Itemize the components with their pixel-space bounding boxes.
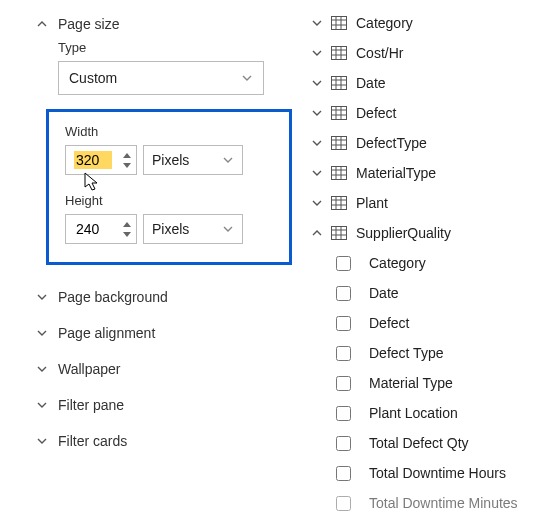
chevron-down-icon bbox=[306, 137, 328, 149]
field-column-label: Plant Location bbox=[369, 405, 458, 421]
field-table-materialtype[interactable]: MaterialType bbox=[306, 158, 546, 188]
table-icon bbox=[328, 16, 350, 30]
chevron-down-icon bbox=[222, 154, 234, 166]
type-value: Custom bbox=[69, 70, 117, 86]
section-page-size: Page size Type Custom Width bbox=[34, 10, 284, 265]
height-label: Height bbox=[65, 193, 277, 208]
field-column-label: Total Downtime Hours bbox=[369, 465, 506, 481]
width-input[interactable] bbox=[74, 151, 112, 169]
field-column-date[interactable]: Date bbox=[336, 278, 546, 308]
chevron-down-icon bbox=[34, 361, 50, 377]
field-checkbox[interactable] bbox=[336, 256, 351, 271]
svg-rect-25 bbox=[332, 167, 347, 180]
chevron-down-icon bbox=[34, 433, 50, 449]
width-row: Pixels bbox=[65, 145, 277, 175]
field-column-label: Category bbox=[369, 255, 426, 271]
svg-rect-35 bbox=[332, 227, 347, 240]
section-label: Page size bbox=[58, 16, 119, 32]
field-column-total-downtime-minutes[interactable]: Total Downtime Minutes bbox=[336, 488, 546, 518]
section-header-page-size[interactable]: Page size bbox=[34, 10, 284, 38]
svg-rect-15 bbox=[332, 107, 347, 120]
width-unit-value: Pixels bbox=[152, 152, 189, 168]
field-table-supplierquality[interactable]: SupplierQuality bbox=[306, 218, 546, 248]
height-row: Pixels bbox=[65, 214, 277, 244]
height-decrement[interactable] bbox=[122, 229, 132, 239]
field-checkbox[interactable] bbox=[336, 286, 351, 301]
width-decrement[interactable] bbox=[122, 160, 132, 170]
section-label: Page alignment bbox=[58, 325, 155, 341]
field-checkbox[interactable] bbox=[336, 466, 351, 481]
chevron-down-icon bbox=[34, 397, 50, 413]
field-label: SupplierQuality bbox=[356, 225, 451, 241]
height-unit-dropdown[interactable]: Pixels bbox=[143, 214, 243, 244]
table-icon bbox=[328, 226, 350, 240]
fields-panel: CategoryCost/HrDateDefectDefectTypeMater… bbox=[300, 0, 546, 522]
height-input[interactable] bbox=[74, 220, 112, 238]
svg-rect-0 bbox=[332, 17, 347, 30]
field-column-label: Total Downtime Minutes bbox=[369, 495, 518, 511]
section-header-wallpaper[interactable]: Wallpaper bbox=[34, 351, 284, 387]
field-table-defecttype[interactable]: DefectType bbox=[306, 128, 546, 158]
table-icon bbox=[328, 136, 350, 150]
field-checkbox[interactable] bbox=[336, 346, 351, 361]
field-column-defect-type[interactable]: Defect Type bbox=[336, 338, 546, 368]
field-checkbox[interactable] bbox=[336, 406, 351, 421]
height-increment[interactable] bbox=[122, 219, 132, 229]
chevron-down-icon bbox=[306, 77, 328, 89]
height-unit-value: Pixels bbox=[152, 221, 189, 237]
chevron-down-icon bbox=[241, 72, 253, 84]
field-column-defect[interactable]: Defect bbox=[336, 308, 546, 338]
width-increment[interactable] bbox=[122, 150, 132, 160]
field-table-date[interactable]: Date bbox=[306, 68, 546, 98]
field-table-cost-hr[interactable]: Cost/Hr bbox=[306, 38, 546, 68]
chevron-up-icon bbox=[306, 227, 328, 239]
field-column-category[interactable]: Category bbox=[336, 248, 546, 278]
field-label: MaterialType bbox=[356, 165, 436, 181]
field-label: Defect bbox=[356, 105, 396, 121]
field-label: Cost/Hr bbox=[356, 45, 403, 61]
field-column-label: Date bbox=[369, 285, 399, 301]
width-spinners bbox=[122, 150, 132, 170]
field-checkbox[interactable] bbox=[336, 376, 351, 391]
field-columns-supplierquality: CategoryDateDefectDefect TypeMaterial Ty… bbox=[306, 248, 546, 518]
section-label: Page background bbox=[58, 289, 168, 305]
page-size-content: Type Custom Width bbox=[34, 40, 284, 265]
section-header-page-alignment[interactable]: Page alignment bbox=[34, 315, 284, 351]
field-checkbox[interactable] bbox=[336, 436, 351, 451]
type-dropdown[interactable]: Custom bbox=[58, 61, 264, 95]
svg-rect-20 bbox=[332, 137, 347, 150]
field-label: Category bbox=[356, 15, 413, 31]
width-unit-dropdown[interactable]: Pixels bbox=[143, 145, 243, 175]
field-checkbox[interactable] bbox=[336, 316, 351, 331]
chevron-down-icon bbox=[306, 167, 328, 179]
section-header-page-background[interactable]: Page background bbox=[34, 279, 284, 315]
field-column-label: Defect Type bbox=[369, 345, 443, 361]
chevron-down-icon bbox=[306, 47, 328, 59]
table-icon bbox=[328, 196, 350, 210]
dimensions-highlight: Width Pixels bbox=[46, 109, 292, 265]
section-header-filter-pane[interactable]: Filter pane bbox=[34, 387, 284, 423]
field-checkbox[interactable] bbox=[336, 496, 351, 511]
section-label: Wallpaper bbox=[58, 361, 121, 377]
width-label: Width bbox=[65, 124, 277, 139]
field-column-plant-location[interactable]: Plant Location bbox=[336, 398, 546, 428]
field-table-defect[interactable]: Defect bbox=[306, 98, 546, 128]
table-icon bbox=[328, 166, 350, 180]
type-label: Type bbox=[58, 40, 284, 55]
field-column-label: Defect bbox=[369, 315, 409, 331]
chevron-down-icon bbox=[306, 197, 328, 209]
svg-rect-10 bbox=[332, 77, 347, 90]
field-table-plant[interactable]: Plant bbox=[306, 188, 546, 218]
field-column-material-type[interactable]: Material Type bbox=[336, 368, 546, 398]
field-column-total-downtime-hours[interactable]: Total Downtime Hours bbox=[336, 458, 546, 488]
height-spinners bbox=[122, 219, 132, 239]
chevron-down-icon bbox=[222, 223, 234, 235]
field-column-total-defect-qty[interactable]: Total Defect Qty bbox=[336, 428, 546, 458]
table-icon bbox=[328, 106, 350, 120]
field-label: Plant bbox=[356, 195, 388, 211]
section-header-filter-cards[interactable]: Filter cards bbox=[34, 423, 284, 459]
field-label: Date bbox=[356, 75, 386, 91]
height-input-wrapper bbox=[65, 214, 137, 244]
field-table-category[interactable]: Category bbox=[306, 8, 546, 38]
field-label: DefectType bbox=[356, 135, 427, 151]
